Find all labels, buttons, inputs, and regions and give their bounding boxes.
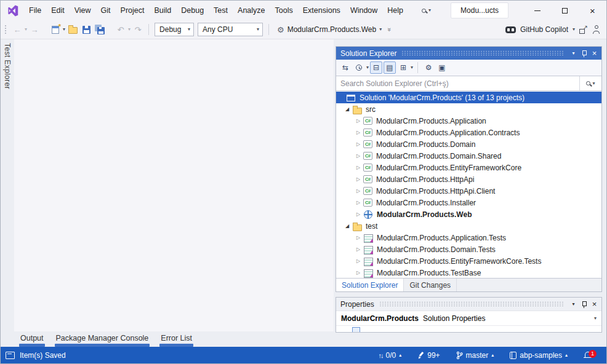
save-all-button[interactable] [94, 23, 106, 36]
properties-button[interactable]: ⚙ [422, 61, 435, 74]
bottom-tab-output[interactable]: Output [19, 333, 45, 347]
toolbar-grip[interactable] [4, 25, 7, 34]
tree-row[interactable]: C#ModularCrm.Products.HttpApi.Client [336, 185, 601, 197]
tree-row[interactable]: ModularCrm.Products.TestBase [336, 267, 601, 278]
tree-row[interactable]: C#ModularCrm.Products.Application [336, 115, 601, 127]
collapsed-expander-icon[interactable] [353, 127, 363, 138]
save-button[interactable] [80, 23, 92, 36]
menu-build[interactable]: Build [149, 1, 176, 20]
share-button[interactable]: ↗ [579, 25, 588, 34]
navigate-back-dropdown[interactable]: ▾ [25, 27, 27, 32]
window-position-button[interactable]: ▾ [568, 299, 579, 309]
filter-dropdown[interactable]: ▾ [366, 65, 369, 70]
notifications-button[interactable]: 1 [584, 352, 592, 359]
configuration-dropdown[interactable]: Debug ▾ [155, 23, 194, 36]
close-panel-button[interactable]: × [589, 299, 600, 309]
menu-git[interactable]: Git [96, 1, 116, 20]
navigate-back-button[interactable]: ← [11, 23, 23, 36]
undo-button[interactable]: ↶ [115, 23, 127, 36]
tree-row[interactable]: ModularCrm.Products.EntityFrameworkCore.… [336, 255, 601, 267]
tree-row[interactable]: ModularCrm.Products.Web [336, 208, 601, 220]
tree-row[interactable]: ModularCrm.Products.Application.Tests [336, 232, 601, 243]
menu-file[interactable]: File [24, 1, 46, 20]
platform-dropdown[interactable]: Any CPU ▾ [198, 23, 263, 36]
bottom-tab-package-manager-console[interactable]: Package Manager Console [55, 333, 150, 347]
collapse-all-button[interactable]: ⊟ [370, 61, 382, 74]
collapsed-expander-icon[interactable] [353, 173, 363, 185]
close-button[interactable]: × [579, 1, 606, 20]
tree-row[interactable]: C#ModularCrm.Products.Domain [336, 138, 601, 150]
pending-changes-filter-button[interactable] [353, 61, 365, 74]
properties-object-selector[interactable]: ModularCrm.Products Solution Properties … [336, 311, 601, 325]
close-panel-button[interactable]: × [589, 48, 600, 58]
sync-status-button[interactable]: ↑↓ 0/0 ▴ [379, 351, 402, 360]
menu-tools[interactable]: Tools [270, 1, 298, 20]
tree-row[interactable]: ModularCrm.Products.Domain.Tests [336, 243, 601, 255]
sync-with-active-document-button[interactable]: ⇆ [339, 61, 352, 74]
menu-test[interactable]: Test [209, 1, 233, 20]
collapsed-expander-icon[interactable] [353, 232, 363, 243]
bottom-tab-error-list[interactable]: Error List [159, 333, 193, 347]
git-repo-selector[interactable]: abp-samples ▴ [510, 351, 568, 360]
tree-row[interactable]: C#ModularCrm.Products.HttpApi [336, 173, 601, 185]
show-all-files-button[interactable]: ▤ [384, 61, 396, 74]
menu-debug[interactable]: Debug [176, 1, 209, 20]
new-project-dropdown[interactable]: ▾ [63, 27, 65, 32]
tab-solution-explorer[interactable]: Solution Explorer [336, 279, 404, 291]
new-project-button[interactable] [49, 23, 62, 36]
solution-explorer-header[interactable]: Solution Explorer ▾ × [336, 47, 601, 60]
preview-selected-items-button[interactable]: ▣ [436, 61, 448, 74]
properties-header[interactable]: Properties ▾ × [336, 298, 601, 311]
feedback-button[interactable] [592, 25, 600, 34]
git-branch-selector[interactable]: master ▴ [456, 351, 494, 360]
tab-git-changes[interactable]: Git Changes [404, 279, 457, 291]
menu-help[interactable]: Help [382, 1, 408, 20]
pending-edits-button[interactable]: 99+ [417, 351, 440, 360]
pin-button[interactable] [579, 299, 589, 309]
search-button[interactable]: ▾ [579, 76, 601, 90]
tree-row[interactable]: C#ModularCrm.Products.Application.Contra… [336, 127, 601, 138]
visual-studio-logo-icon[interactable] [6, 4, 19, 17]
tree-row[interactable]: C#ModularCrm.Products.Installer [336, 197, 601, 208]
titlebar-search-button[interactable]: ▾ [418, 6, 435, 15]
test-explorer-tab[interactable]: Test Explorer [3, 43, 12, 89]
minimize-button[interactable] [523, 1, 551, 20]
expanded-expander-icon[interactable] [342, 103, 352, 115]
drag-grip[interactable] [379, 301, 563, 307]
redo-button[interactable]: ↷ [132, 23, 144, 36]
expanded-expander-icon[interactable] [342, 220, 352, 232]
menu-extensions[interactable]: Extensions [298, 1, 345, 20]
solution-search-input[interactable] [336, 76, 579, 90]
maximize-button[interactable] [551, 1, 579, 20]
tree-row[interactable]: C#ModularCrm.Products.EntityFrameworkCor… [336, 162, 601, 173]
collapsed-expander-icon[interactable] [353, 185, 363, 197]
tree-row[interactable]: src [336, 103, 601, 115]
solution-views-button[interactable]: ⊞ [397, 61, 409, 74]
navigate-forward-button[interactable]: → [28, 23, 41, 36]
window-position-button[interactable]: ▾ [568, 48, 579, 58]
undo-dropdown[interactable]: ▾ [128, 27, 131, 32]
collapsed-expander-icon[interactable] [353, 197, 363, 208]
startup-project-dropdown[interactable]: ⚙ ModularCrm.Products.Web ▾ [273, 23, 385, 36]
views-dropdown[interactable]: ▾ [411, 65, 413, 70]
collapsed-expander-icon[interactable] [353, 150, 363, 162]
collapsed-expander-icon[interactable] [353, 255, 363, 267]
collapsed-expander-icon[interactable] [353, 115, 363, 127]
open-file-button[interactable] [66, 23, 79, 36]
drag-grip[interactable] [401, 50, 563, 56]
menu-edit[interactable]: Edit [46, 1, 70, 20]
menu-view[interactable]: View [70, 1, 96, 20]
copilot-dropdown[interactable]: ▾ [573, 27, 575, 32]
tree-row[interactable]: test [336, 220, 601, 232]
menu-window[interactable]: Window [345, 1, 382, 20]
tree-row[interactable]: C#ModularCrm.Products.Domain.Shared [336, 150, 601, 162]
pin-button[interactable] [579, 48, 589, 58]
menu-project[interactable]: Project [116, 1, 150, 20]
toolbar-overflow-button[interactable]: » [386, 28, 393, 31]
copilot-label[interactable]: GitHub Copilot [520, 25, 568, 34]
menu-analyze[interactable]: Analyze [233, 1, 270, 20]
collapsed-expander-icon[interactable] [353, 267, 363, 278]
collapsed-expander-icon[interactable] [353, 243, 363, 255]
tree-row[interactable]: Solution 'ModularCrm.Products' (13 of 13… [336, 92, 601, 103]
collapsed-expander-icon[interactable] [353, 138, 363, 150]
